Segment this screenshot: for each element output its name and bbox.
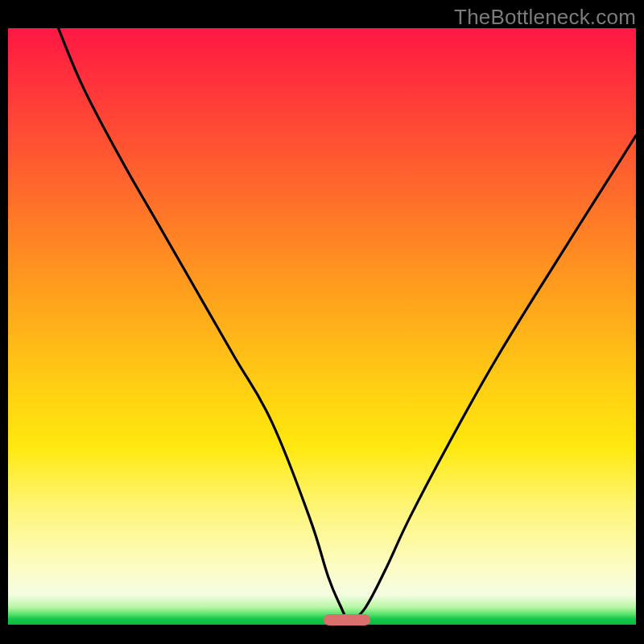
watermark-text: TheBottleneck.com (454, 5, 636, 30)
plot-area (8, 28, 636, 625)
optimal-marker (324, 614, 370, 625)
bottleneck-curve (8, 28, 636, 625)
chart-stage: TheBottleneck.com (0, 0, 644, 644)
